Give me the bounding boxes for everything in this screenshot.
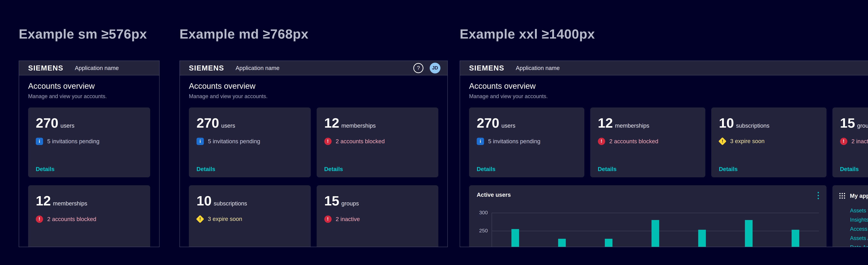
details-link[interactable]: Details — [477, 166, 495, 172]
panel-content: Accounts overview Manage and view your a… — [460, 76, 868, 247]
kpi-value: 12 — [36, 194, 51, 208]
panel-content: Accounts overview Manage and view your a… — [180, 76, 447, 247]
section-title: Accounts overview — [28, 82, 150, 90]
app-header: SIEMENS Application name — [19, 61, 159, 76]
details-link[interactable]: Details — [36, 166, 55, 172]
kpi-card-groups: 15 groups ! 2 inactive Details — [317, 185, 438, 247]
kpi-unit: groups — [857, 122, 868, 129]
badge-row: ! 2 accounts blocked — [36, 215, 143, 223]
app-link-label[interactable]: Access key — [850, 226, 868, 232]
app-link-label[interactable]: Insights — [850, 217, 868, 223]
app-header: SIEMENS Application name ? JD — [460, 61, 868, 76]
kpi-value: 270 — [196, 116, 219, 130]
details-link[interactable]: Details — [324, 166, 343, 172]
badge-row: ! 3 expire soon — [719, 138, 819, 145]
bar-slot — [492, 185, 539, 247]
kpi-card-users: 270 users i 5 invitations pending Detail… — [28, 108, 150, 177]
siemens-logo: SIEMENS — [189, 64, 224, 72]
kpi: 15 groups — [840, 116, 868, 130]
application-name: Application name — [516, 65, 560, 71]
kpi-card-subscriptions: 10 subscriptions ! 3 expire soon Details — [189, 185, 311, 247]
siemens-logo: SIEMENS — [28, 64, 63, 72]
kpi: 10 subscriptions — [719, 116, 819, 130]
example-label-md: Example md ≥768px — [180, 26, 309, 41]
warning-badge-icon: ! — [718, 137, 726, 145]
alarm-badge-icon: ! — [36, 215, 43, 223]
details-link[interactable]: Details — [719, 166, 738, 172]
details-link[interactable]: Details — [196, 166, 215, 172]
badge-text: 5 invitations pending — [488, 138, 540, 145]
my-apps-list: Assets flow›Insights›Access key›Assets A… — [850, 208, 868, 247]
app-link[interactable]: Insights› — [850, 217, 868, 223]
badge-row: ! 3 expire soon — [196, 215, 303, 223]
info-badge-icon: i — [477, 138, 484, 145]
warning-badge-icon: ! — [196, 215, 204, 223]
example-label-xxl: Example xxl ≥1400px — [460, 26, 595, 41]
panel-sm: SIEMENS Application name Accounts overvi… — [19, 61, 159, 247]
app-link[interactable]: Assets App› — [850, 235, 868, 241]
bar — [652, 220, 659, 247]
kpi-value: 12 — [324, 116, 339, 130]
badge-row: ! 2 inactive — [324, 215, 431, 223]
bar-slot — [772, 185, 819, 247]
kpi-card-subscriptions: 10 subscriptions ! 3 expire soon Details — [711, 108, 827, 177]
section-subtitle: Manage and view your accounts. — [28, 93, 150, 99]
badge-text: 5 invitations pending — [208, 138, 260, 145]
bar — [698, 230, 706, 247]
app-link-label[interactable]: Data App — [850, 244, 868, 247]
app-header: SIEMENS Application name ? JD — [180, 61, 447, 76]
app-link-label[interactable]: Assets App — [850, 235, 868, 241]
badge-row: ! 2 inactive — [840, 138, 868, 145]
application-name: Application name — [236, 65, 279, 71]
alarm-badge-icon: ! — [324, 138, 332, 145]
app-link-label[interactable]: Assets flow — [850, 208, 868, 214]
help-icon[interactable]: ? — [413, 63, 424, 73]
kpi: 12 memberships — [324, 116, 431, 130]
bar — [792, 230, 799, 247]
kpi-unit: memberships — [615, 122, 649, 129]
kpi: 270 users — [196, 116, 303, 130]
app-link[interactable]: Assets flow› — [850, 208, 868, 214]
section-subtitle: Manage and view your accounts. — [189, 93, 438, 99]
app-link[interactable]: Data App› — [850, 244, 868, 247]
badge-text: 5 invitations pending — [47, 138, 99, 145]
panel-content: Accounts overview Manage and view your a… — [19, 76, 159, 247]
user-avatar[interactable]: JD — [430, 63, 440, 73]
kpi-card-memberships: 12 memberships ! 2 accounts blocked Deta… — [590, 108, 706, 177]
bar-series — [492, 185, 819, 247]
badge-text: 2 accounts blocked — [336, 138, 385, 145]
bar — [605, 239, 613, 247]
bar — [512, 229, 519, 247]
kpi-card-memberships: 12 memberships ! 2 accounts blocked Deta… — [28, 185, 150, 247]
badge-row: i 5 invitations pending — [36, 138, 143, 145]
section-title: Accounts overview — [469, 82, 868, 90]
kpi: 270 users — [36, 116, 143, 130]
kpi-unit: users — [60, 122, 74, 129]
kpi-unit: subscriptions — [736, 122, 770, 129]
active-users-chart-card: Active users 300 250 — [469, 185, 827, 247]
kpi-unit: groups — [341, 200, 359, 207]
badge-row: i 5 invitations pending — [196, 138, 303, 145]
badge-row: ! 2 accounts blocked — [598, 138, 698, 145]
panel-md: SIEMENS Application name ? JD Accounts o… — [180, 61, 448, 247]
kpi-value: 270 — [477, 116, 499, 130]
badge-text: 3 expire soon — [730, 138, 765, 145]
details-link[interactable]: Details — [840, 166, 859, 172]
badge-text: 2 inactive — [336, 216, 360, 223]
bar-slot — [725, 185, 772, 247]
bar — [558, 239, 566, 247]
example-label-sm: Example sm ≥576px — [19, 26, 147, 41]
details-link[interactable]: Details — [598, 166, 617, 172]
app-link[interactable]: Access key› — [850, 226, 868, 232]
kpi-value: 15 — [840, 116, 855, 130]
kpi-card-grid: 270 users i 5 invitations pending Detail… — [189, 108, 438, 247]
info-badge-icon: i — [36, 138, 43, 145]
kpi: 270 users — [477, 116, 577, 130]
bar-slot — [679, 185, 725, 247]
kpi-card-memberships: 12 memberships ! 2 accounts blocked Deta… — [317, 108, 438, 177]
badge-text: 2 inactive — [851, 138, 868, 145]
kpi-card-groups: 15 groups ! 2 inactive Details — [832, 108, 868, 177]
kpi-value: 12 — [598, 116, 613, 130]
my-apps-header: My apps — [839, 192, 868, 200]
alarm-badge-icon: ! — [840, 138, 847, 145]
